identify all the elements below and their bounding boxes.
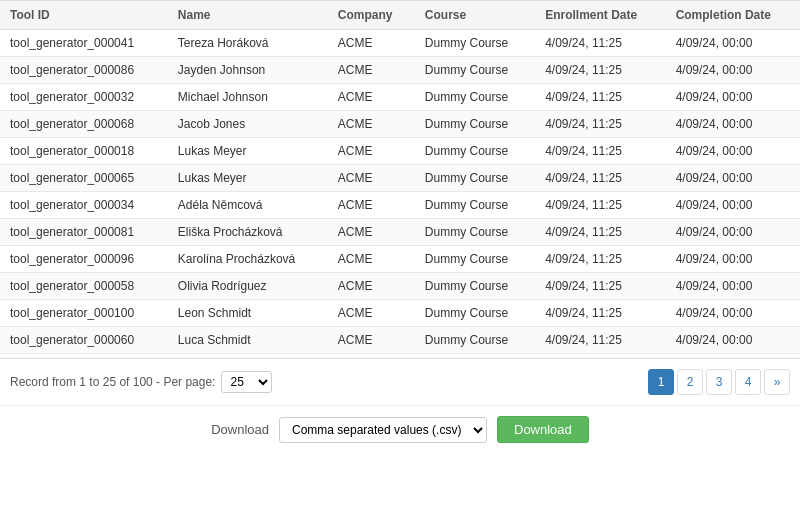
table-cell: 4/09/24, 00:00 bbox=[666, 165, 800, 192]
table-cell: 4/09/24, 00:00 bbox=[666, 111, 800, 138]
table-cell: Dummy Course bbox=[415, 327, 535, 354]
table-row: tool_generator_000100Leon SchmidtACMEDum… bbox=[0, 300, 800, 327]
download-bar: Download Comma separated values (.csv)Ex… bbox=[0, 405, 800, 453]
table-row: tool_generator_000058Olivia RodríguezACM… bbox=[0, 273, 800, 300]
table-cell: ACME bbox=[328, 111, 415, 138]
table-cell: Jayden Johnson bbox=[168, 57, 328, 84]
table-cell: Adéla Němcová bbox=[168, 192, 328, 219]
table-cell: 4/09/24, 11:25 bbox=[535, 192, 665, 219]
table-cell: 4/09/24, 00:00 bbox=[666, 219, 800, 246]
table-cell: Dummy Course bbox=[415, 30, 535, 57]
table-cell: 4/09/24, 11:25 bbox=[535, 219, 665, 246]
table-cell: 4/09/24, 11:25 bbox=[535, 57, 665, 84]
table-cell: Dummy Course bbox=[415, 300, 535, 327]
table-cell: 4/09/24, 00:00 bbox=[666, 84, 800, 111]
table-cell: tool_generator_000058 bbox=[0, 273, 168, 300]
table-footer: Record from 1 to 25 of 100 - Per page: 2… bbox=[0, 358, 800, 405]
table-cell: Dummy Course bbox=[415, 192, 535, 219]
main-container: Tool ID Name Company Course Enrollment D… bbox=[0, 0, 800, 453]
table-cell: Karolína Procházková bbox=[168, 246, 328, 273]
table-cell: ACME bbox=[328, 30, 415, 57]
data-table: Tool ID Name Company Course Enrollment D… bbox=[0, 0, 800, 354]
table-cell: tool_generator_000034 bbox=[0, 192, 168, 219]
table-row: tool_generator_000060Luca SchmidtACMEDum… bbox=[0, 327, 800, 354]
table-cell: ACME bbox=[328, 327, 415, 354]
table-cell: Dummy Course bbox=[415, 111, 535, 138]
table-cell: Michael Johnson bbox=[168, 84, 328, 111]
table-cell: Lukas Meyer bbox=[168, 165, 328, 192]
table-cell: Jacob Jones bbox=[168, 111, 328, 138]
table-cell: ACME bbox=[328, 273, 415, 300]
table-cell: tool_generator_000100 bbox=[0, 300, 168, 327]
col-header-id: Tool ID bbox=[0, 1, 168, 30]
table-cell: tool_generator_000032 bbox=[0, 84, 168, 111]
table-row: tool_generator_000096Karolína Procházkov… bbox=[0, 246, 800, 273]
table-cell: tool_generator_000096 bbox=[0, 246, 168, 273]
page-button-2[interactable]: 2 bbox=[677, 369, 703, 395]
table-row: tool_generator_000032Michael JohnsonACME… bbox=[0, 84, 800, 111]
table-cell: 4/09/24, 11:25 bbox=[535, 246, 665, 273]
table-cell: ACME bbox=[328, 57, 415, 84]
table-cell: 4/09/24, 00:00 bbox=[666, 273, 800, 300]
table-cell: Dummy Course bbox=[415, 84, 535, 111]
download-format-select[interactable]: Comma separated values (.csv)Excel (.xls… bbox=[279, 417, 487, 443]
col-header-company: Company bbox=[328, 1, 415, 30]
table-body: tool_generator_000041Tereza HorákováACME… bbox=[0, 30, 800, 354]
table-cell: ACME bbox=[328, 300, 415, 327]
table-cell: 4/09/24, 11:25 bbox=[535, 273, 665, 300]
table-cell: ACME bbox=[328, 219, 415, 246]
record-info-section: Record from 1 to 25 of 100 - Per page: 2… bbox=[10, 371, 272, 393]
table-row: tool_generator_000086Jayden JohnsonACMED… bbox=[0, 57, 800, 84]
table-cell: 4/09/24, 00:00 bbox=[666, 246, 800, 273]
table-cell: Lukas Meyer bbox=[168, 138, 328, 165]
table-cell: Eliška Procházková bbox=[168, 219, 328, 246]
table-cell: 4/09/24, 00:00 bbox=[666, 138, 800, 165]
pagination-next-button[interactable]: » bbox=[764, 369, 790, 395]
table-cell: 4/09/24, 00:00 bbox=[666, 30, 800, 57]
page-button-1[interactable]: 1 bbox=[648, 369, 674, 395]
table-cell: 4/09/24, 11:25 bbox=[535, 84, 665, 111]
table-cell: tool_generator_000041 bbox=[0, 30, 168, 57]
table-row: tool_generator_000081Eliška ProcházkováA… bbox=[0, 219, 800, 246]
col-header-completed: Completion Date bbox=[666, 1, 800, 30]
per-page-select[interactable]: 25 50 100 bbox=[221, 371, 272, 393]
page-button-3[interactable]: 3 bbox=[706, 369, 732, 395]
table-cell: Dummy Course bbox=[415, 138, 535, 165]
table-cell: ACME bbox=[328, 246, 415, 273]
record-info-text: Record from 1 to 25 of 100 - Per page: bbox=[10, 375, 215, 389]
table-cell: Luca Schmidt bbox=[168, 327, 328, 354]
table-cell: 4/09/24, 11:25 bbox=[535, 300, 665, 327]
table-cell: tool_generator_000086 bbox=[0, 57, 168, 84]
col-header-name: Name bbox=[168, 1, 328, 30]
table-cell: 4/09/24, 11:25 bbox=[535, 30, 665, 57]
download-label: Download bbox=[211, 422, 269, 437]
table-cell: Dummy Course bbox=[415, 165, 535, 192]
table-cell: 4/09/24, 11:25 bbox=[535, 111, 665, 138]
table-cell: Dummy Course bbox=[415, 219, 535, 246]
table-cell: 4/09/24, 00:00 bbox=[666, 300, 800, 327]
table-row: tool_generator_000034Adéla NěmcováACMEDu… bbox=[0, 192, 800, 219]
table-cell: tool_generator_000018 bbox=[0, 138, 168, 165]
table-cell: tool_generator_000068 bbox=[0, 111, 168, 138]
table-header-row: Tool ID Name Company Course Enrollment D… bbox=[0, 1, 800, 30]
table-row: tool_generator_000068Jacob JonesACMEDumm… bbox=[0, 111, 800, 138]
table-cell: Tereza Horáková bbox=[168, 30, 328, 57]
table-cell: tool_generator_000060 bbox=[0, 327, 168, 354]
table-row: tool_generator_000018Lukas MeyerACMEDumm… bbox=[0, 138, 800, 165]
table-row: tool_generator_000065Lukas MeyerACMEDumm… bbox=[0, 165, 800, 192]
table-cell: Olivia Rodríguez bbox=[168, 273, 328, 300]
download-button[interactable]: Download bbox=[497, 416, 589, 443]
table-cell: 4/09/24, 00:00 bbox=[666, 327, 800, 354]
page-button-4[interactable]: 4 bbox=[735, 369, 761, 395]
table-cell: 4/09/24, 00:00 bbox=[666, 192, 800, 219]
col-header-course: Course bbox=[415, 1, 535, 30]
table-row: tool_generator_000041Tereza HorákováACME… bbox=[0, 30, 800, 57]
table-cell: tool_generator_000065 bbox=[0, 165, 168, 192]
table-cell: Dummy Course bbox=[415, 273, 535, 300]
table-cell: tool_generator_000081 bbox=[0, 219, 168, 246]
table-cell: ACME bbox=[328, 84, 415, 111]
table-cell: 4/09/24, 11:25 bbox=[535, 327, 665, 354]
table-cell: Dummy Course bbox=[415, 246, 535, 273]
col-header-enrolled: Enrollment Date bbox=[535, 1, 665, 30]
table-cell: ACME bbox=[328, 165, 415, 192]
